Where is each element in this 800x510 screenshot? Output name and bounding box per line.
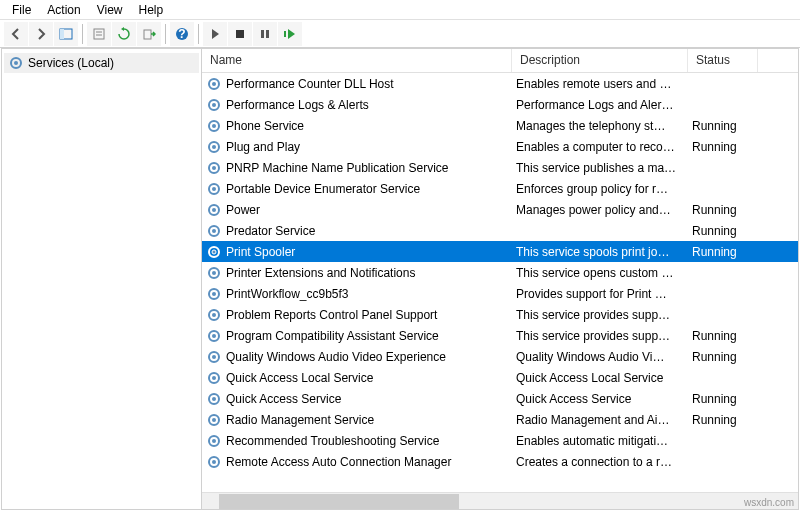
menu-file[interactable]: File <box>4 1 39 19</box>
service-gear-icon <box>206 223 222 239</box>
tree-services-local[interactable]: Services (Local) <box>4 53 199 73</box>
export-button[interactable] <box>137 22 161 46</box>
toolbar: ? <box>0 20 800 48</box>
svg-point-51 <box>212 460 216 464</box>
service-gear-icon <box>206 244 222 260</box>
main-panel: Services (Local) Name Description Status… <box>1 48 799 510</box>
service-desc-cell: This service publishes a ma… <box>512 161 688 175</box>
svg-rect-9 <box>261 30 264 38</box>
stop-service-button[interactable] <box>228 22 252 46</box>
service-gear-icon <box>206 76 222 92</box>
svg-point-27 <box>212 208 216 212</box>
service-row[interactable]: Performance Logs & AlertsPerformance Log… <box>202 94 798 115</box>
pause-service-button[interactable] <box>253 22 277 46</box>
service-name: Print Spooler <box>226 245 295 259</box>
service-name-cell: PNRP Machine Name Publication Service <box>202 160 512 176</box>
svg-point-45 <box>212 397 216 401</box>
refresh-button[interactable] <box>112 22 136 46</box>
menu-help[interactable]: Help <box>131 1 172 19</box>
service-desc-cell: Manages power policy and… <box>512 203 688 217</box>
service-name: Quick Access Service <box>226 392 341 406</box>
service-name-cell: Quick Access Local Service <box>202 370 512 386</box>
service-name-cell: Program Compatibility Assistant Service <box>202 328 512 344</box>
menubar: File Action View Help <box>0 0 800 20</box>
col-name[interactable]: Name <box>202 49 512 72</box>
col-status[interactable]: Status <box>688 49 758 72</box>
svg-rect-8 <box>236 30 244 38</box>
properties-button[interactable] <box>87 22 111 46</box>
svg-rect-11 <box>284 31 286 37</box>
menu-view[interactable]: View <box>89 1 131 19</box>
service-gear-icon <box>206 307 222 323</box>
svg-text:?: ? <box>178 27 185 41</box>
forward-button[interactable] <box>29 22 53 46</box>
service-row[interactable]: Performance Counter DLL HostEnables remo… <box>202 73 798 94</box>
service-row[interactable]: Predator ServiceRunning <box>202 220 798 241</box>
back-button[interactable] <box>4 22 28 46</box>
service-name-cell: Predator Service <box>202 223 512 239</box>
service-desc-cell: Manages the telephony st… <box>512 119 688 133</box>
menu-action[interactable]: Action <box>39 1 88 19</box>
svg-point-47 <box>212 418 216 422</box>
service-name: Plug and Play <box>226 140 300 154</box>
service-desc-cell: Enables remote users and … <box>512 77 688 91</box>
service-desc-cell: This service provides supp… <box>512 308 688 322</box>
service-gear-icon <box>206 328 222 344</box>
service-name-cell: Quality Windows Audio Video Experience <box>202 349 512 365</box>
rows-container[interactable]: Performance Counter DLL HostEnables remo… <box>202 73 798 492</box>
service-row[interactable]: PrintWorkflow_cc9b5f3Provides support fo… <box>202 283 798 304</box>
service-gear-icon <box>206 139 222 155</box>
svg-point-19 <box>212 124 216 128</box>
horizontal-scrollbar[interactable] <box>202 492 798 509</box>
service-name: Program Compatibility Assistant Service <box>226 329 439 343</box>
svg-point-33 <box>212 271 216 275</box>
service-row[interactable]: Problem Reports Control Panel SupportThi… <box>202 304 798 325</box>
service-row[interactable]: PowerManages power policy and…Running <box>202 199 798 220</box>
show-hide-tree-button[interactable] <box>54 22 78 46</box>
service-status-cell: Running <box>688 392 758 406</box>
svg-point-15 <box>212 82 216 86</box>
service-row[interactable]: Radio Management ServiceRadio Management… <box>202 409 798 430</box>
service-row[interactable]: Plug and PlayEnables a computer to reco…… <box>202 136 798 157</box>
service-name: Quick Access Local Service <box>226 371 373 385</box>
service-name: Remote Access Auto Connection Manager <box>226 455 451 469</box>
column-headers: Name Description Status <box>202 49 798 73</box>
service-name: PrintWorkflow_cc9b5f3 <box>226 287 349 301</box>
hscroll-thumb[interactable] <box>219 494 459 509</box>
svg-point-23 <box>212 166 216 170</box>
service-row[interactable]: Printer Extensions and NotificationsThis… <box>202 262 798 283</box>
service-row[interactable]: Quality Windows Audio Video ExperienceQu… <box>202 346 798 367</box>
service-gear-icon <box>206 286 222 302</box>
service-row[interactable]: Recommended Troubleshooting ServiceEnabl… <box>202 430 798 451</box>
service-name: Performance Counter DLL Host <box>226 77 394 91</box>
svg-rect-5 <box>144 30 151 39</box>
service-row[interactable]: Print SpoolerThis service spools print j… <box>202 241 798 262</box>
toolbar-separator <box>198 24 199 44</box>
service-row[interactable]: Quick Access ServiceQuick Access Service… <box>202 388 798 409</box>
service-status-cell: Running <box>688 245 758 259</box>
svg-point-25 <box>212 187 216 191</box>
service-name: Power <box>226 203 260 217</box>
service-name: PNRP Machine Name Publication Service <box>226 161 449 175</box>
svg-point-41 <box>212 355 216 359</box>
service-gear-icon <box>206 370 222 386</box>
service-name-cell: PrintWorkflow_cc9b5f3 <box>202 286 512 302</box>
tree-label: Services (Local) <box>28 56 114 70</box>
service-gear-icon <box>206 391 222 407</box>
service-row[interactable]: Phone ServiceManages the telephony st…Ru… <box>202 115 798 136</box>
service-row[interactable]: Quick Access Local ServiceQuick Access L… <box>202 367 798 388</box>
service-desc-cell: Enables a computer to reco… <box>512 140 688 154</box>
service-name-cell: Phone Service <box>202 118 512 134</box>
service-row[interactable]: Remote Access Auto Connection ManagerCre… <box>202 451 798 472</box>
service-name: Portable Device Enumerator Service <box>226 182 420 196</box>
restart-service-button[interactable] <box>278 22 302 46</box>
start-service-button[interactable] <box>203 22 227 46</box>
service-row[interactable]: PNRP Machine Name Publication ServiceThi… <box>202 157 798 178</box>
service-row[interactable]: Portable Device Enumerator ServiceEnforc… <box>202 178 798 199</box>
col-description[interactable]: Description <box>512 49 688 72</box>
service-name-cell: Quick Access Service <box>202 391 512 407</box>
service-row[interactable]: Program Compatibility Assistant ServiceT… <box>202 325 798 346</box>
help-button[interactable]: ? <box>170 22 194 46</box>
service-desc-cell: Quick Access Service <box>512 392 688 406</box>
service-name: Phone Service <box>226 119 304 133</box>
